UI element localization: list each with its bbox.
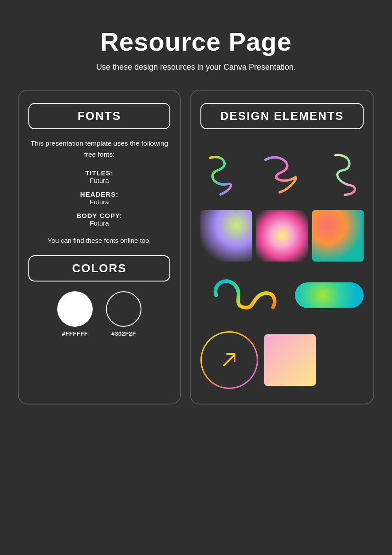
page-title: Resource Page <box>100 27 292 56</box>
bottom-row <box>200 329 364 391</box>
main-grid: FONTS This presentation template uses th… <box>18 90 374 404</box>
blob-row <box>200 269 364 322</box>
gradient-square-2 <box>256 210 308 262</box>
pill-shape <box>295 282 364 308</box>
svg-line-0 <box>224 355 235 365</box>
colors-label: COLORS <box>28 255 170 281</box>
swatch-circle-dark <box>106 291 141 327</box>
colors-section: COLORS #FFFFFF #302F2F <box>28 255 170 337</box>
fonts-label: FONTS <box>28 103 170 129</box>
font-name-headers: Futura <box>80 198 118 206</box>
squiggle-1 <box>202 150 239 198</box>
fonts-body-text: This presentation template uses the foll… <box>28 138 170 160</box>
color-swatches: #FFFFFF #302F2F <box>57 291 141 337</box>
gradient-square-3 <box>312 210 364 262</box>
squiggle-3 <box>324 150 362 198</box>
font-name-body: Futura <box>76 219 122 227</box>
squiggle-2 <box>259 150 304 198</box>
swatch-hex-dark: #302F2F <box>111 330 136 337</box>
font-label-titles: TITLES: <box>85 169 114 177</box>
font-item-body: BODY COPY: Futura <box>76 212 122 227</box>
design-elements-label: DESIGN ELEMENTS <box>200 103 364 129</box>
swatch-circle-white <box>57 291 93 327</box>
blob-squiggle <box>200 271 289 320</box>
fonts-find-text: You can find these fonts online too. <box>48 236 151 246</box>
swatch-hex-white: #FFFFFF <box>62 330 88 337</box>
swatch-white: #FFFFFF <box>57 291 93 337</box>
gradient-square-1 <box>200 210 252 262</box>
font-label-body: BODY COPY: <box>76 212 122 219</box>
squiggle-row <box>200 145 364 203</box>
arrow-circle <box>200 331 258 389</box>
font-name-titles: Futura <box>85 177 114 184</box>
gradient-squares-row <box>200 210 364 262</box>
page-subtitle: Use these design resources in your Canva… <box>96 63 296 72</box>
font-label-headers: HEADERS: <box>80 190 118 198</box>
arrow-icon <box>216 347 243 373</box>
pink-gradient-square <box>264 334 316 386</box>
fonts-panel: FONTS This presentation template uses th… <box>18 90 181 404</box>
swatch-dark: #302F2F <box>106 291 141 337</box>
design-panel: DESIGN ELEMENTS <box>190 90 374 404</box>
font-item-headers: HEADERS: Futura <box>80 190 118 206</box>
font-item-titles: TITLES: Futura <box>85 169 114 184</box>
